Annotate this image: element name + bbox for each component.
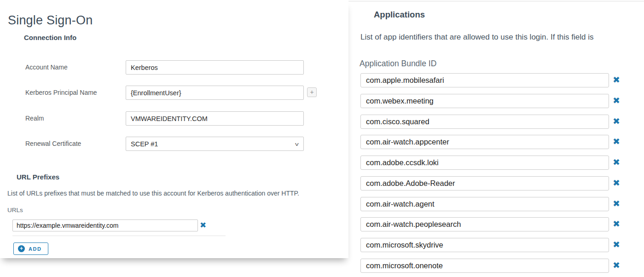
application-bundle-id-label: Application Bundle ID (360, 59, 436, 69)
page-title: Single Sign-On (8, 13, 93, 28)
single-sign-on-panel: Single Sign-On Connection Info Account N… (0, 0, 348, 258)
applications-description: List of app identifiers that are allowed… (360, 33, 594, 42)
add-url-button[interactable]: + ADD (13, 242, 48, 255)
renewal-certificate-selected-value: SCEP #1 (131, 140, 296, 148)
remove-bundle-id-icon[interactable]: ✖ (613, 240, 620, 249)
add-button-label: ADD (29, 246, 42, 252)
remove-bundle-id-icon[interactable]: ✖ (613, 158, 620, 167)
remove-bundle-id-icon[interactable]: ✖ (613, 219, 620, 228)
remove-bundle-id-icon[interactable]: ✖ (613, 117, 620, 126)
applications-title: Applications (374, 10, 425, 20)
remove-bundle-id-icon[interactable]: ✖ (613, 96, 620, 105)
remove-bundle-id-icon[interactable]: ✖ (613, 199, 620, 208)
section-heading-connection-info: Connection Info (24, 34, 76, 41)
remove-bundle-id-icon[interactable]: ✖ (613, 75, 620, 84)
renewal-certificate-select[interactable]: SCEP #1 v (126, 137, 304, 151)
kerberos-principal-name-input[interactable] (126, 86, 304, 100)
remove-bundle-id-icon[interactable]: ✖ (613, 137, 620, 146)
bundle-id-input[interactable] (360, 135, 609, 149)
realm-input[interactable] (126, 111, 304, 126)
field-label-renewal-certificate: Renewal Certificate (25, 140, 81, 147)
bundle-id-input[interactable] (360, 156, 609, 170)
account-name-input[interactable] (126, 60, 304, 75)
field-label-account-name: Account Name (25, 64, 68, 71)
plus-circle-icon: + (18, 245, 25, 252)
urls-list-label: URLs (7, 207, 23, 214)
field-label-realm: Realm (25, 115, 44, 122)
bundle-id-input[interactable] (360, 238, 609, 252)
url-prefixes-description: List of URLs prefixes that must be match… (7, 190, 299, 197)
section-heading-url-prefixes: URL Prefixes (17, 173, 59, 181)
bundle-id-input[interactable] (360, 197, 609, 211)
bundle-id-input[interactable] (360, 176, 609, 190)
bundle-id-input[interactable] (360, 94, 609, 108)
add-lookup-value-button[interactable]: + (307, 87, 317, 97)
remove-bundle-id-icon[interactable]: ✖ (613, 261, 620, 270)
bundle-id-input[interactable] (360, 259, 609, 273)
section-divider (12, 236, 226, 236)
url-input[interactable] (12, 219, 198, 231)
field-label-kerberos-principal-name: Kerberos Principal Name (25, 89, 97, 96)
bundle-id-input[interactable] (360, 115, 609, 129)
chevron-down-icon: v (295, 141, 298, 147)
remove-bundle-id-icon[interactable]: ✖ (613, 179, 620, 187)
bundle-id-input[interactable] (360, 217, 609, 231)
remove-url-icon[interactable]: ✖ (200, 221, 206, 229)
bundle-id-input[interactable] (360, 73, 609, 87)
